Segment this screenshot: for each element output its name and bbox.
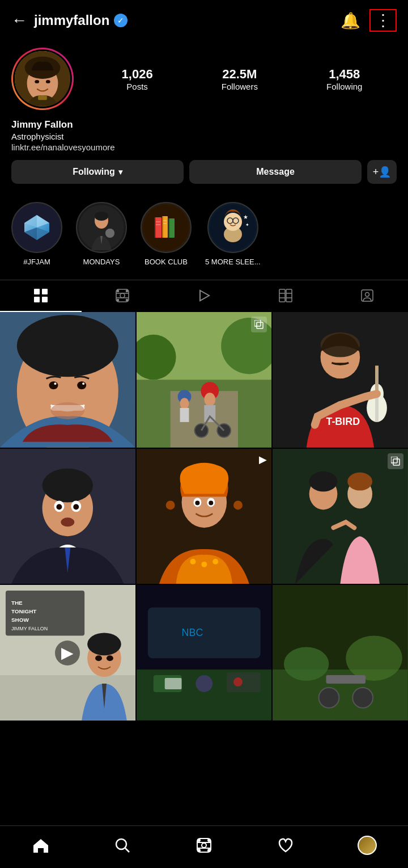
svg-point-149 [202,843,206,848]
grid-item-7[interactable]: THE TONIGHT SHOW JIMMY FALLON [0,585,135,720]
grid-item-1[interactable] [0,312,135,448]
avatar[interactable] [11,48,74,110]
svg-point-142 [346,636,402,681]
svg-point-94 [42,468,93,502]
grid-item-5[interactable]: ▶ [137,449,272,584]
header-right: 🔔 ⋮ [341,9,397,32]
svg-rect-24 [168,218,169,238]
svg-point-141 [284,647,329,681]
tab-video[interactable] [163,280,245,312]
svg-rect-37 [34,289,40,294]
following-label: Following [73,167,115,177]
svg-point-115 [348,472,373,490]
profile-name: Jimmy Fallon [11,119,397,130]
nav-home[interactable] [25,834,57,857]
svg-point-5 [35,80,39,83]
svg-point-136 [233,677,243,686]
svg-rect-80 [254,320,261,326]
tab-collab[interactable] [245,280,326,312]
header-left: ← jimmyfallon ✓ [11,11,128,30]
grid-item-9[interactable] [273,585,408,720]
svg-point-99 [61,517,74,526]
grid-item-3[interactable]: T-BIRD [273,312,408,448]
svg-point-107 [209,500,213,505]
highlight-jfjam[interactable]: #JFJAM [11,202,62,266]
profile-link[interactable]: linktr.ee/nanalovesyoumore [11,142,397,152]
svg-point-102 [165,500,175,509]
back-button[interactable]: ← [11,11,27,30]
following-label: Following [326,82,362,91]
svg-point-66 [50,402,84,419]
nav-reels[interactable] [188,834,220,857]
following-stat[interactable]: 1,458 Following [326,67,362,91]
svg-text:JIMMY FALLON: JIMMY FALLON [11,626,48,631]
more-options-icon[interactable]: ⋮ [369,9,397,32]
chevron-down-icon: ▾ [118,167,122,176]
grid-item-4[interactable] [0,449,135,584]
username-label: jimmyfallon [34,12,109,28]
nav-search[interactable] [107,834,138,857]
svg-rect-51 [286,289,292,302]
svg-point-133 [196,675,212,692]
posts-label: Posts [126,82,148,91]
svg-text:T-BIRD: T-BIRD [326,416,360,427]
multi-post-icon-2 [388,453,403,469]
posts-stat[interactable]: 1,026 Posts [122,67,153,91]
svg-marker-49 [200,290,209,301]
tab-tagged[interactable] [326,280,408,312]
highlight-moresleep[interactable]: ★ ✦ 5 MORE SLEE... [205,202,261,266]
svg-rect-7 [38,95,47,100]
svg-point-17 [105,229,114,238]
svg-text:TONIGHT: TONIGHT [11,608,37,614]
grid-item-2[interactable] [137,312,272,448]
highlight-circle-bookclub [141,202,192,253]
highlight-moresleep-label: 5 MORE SLEE... [205,258,261,266]
svg-point-97 [56,504,62,509]
svg-rect-137 [148,608,261,659]
highlight-circle-jfjam [11,202,62,253]
add-person-icon: +👤 [373,166,392,178]
followers-stat[interactable]: 22.5M Followers [222,67,258,91]
svg-rect-81 [257,322,263,328]
highlight-bookclub[interactable]: BOOK CLUB [141,202,192,266]
highlight-circle-moresleep: ★ ✦ [207,202,258,253]
svg-rect-135 [164,678,181,689]
svg-point-143 [319,688,339,708]
notification-bell-icon[interactable]: 🔔 [341,11,360,30]
svg-rect-22 [162,216,163,238]
svg-rect-116 [391,457,397,463]
verified-badge: ✓ [114,14,128,27]
add-friend-button[interactable]: +👤 [367,160,397,184]
svg-line-147 [125,848,129,852]
svg-point-110 [212,559,218,564]
svg-point-109 [201,562,207,567]
nav-likes[interactable] [270,834,301,857]
photo-grid: T-BIRD [0,312,408,720]
following-button[interactable]: Following ▾ [11,160,184,184]
highlight-mondays[interactable]: MONDAYS [76,202,127,266]
highlight-jfjam-label: #JFJAM [23,258,50,266]
svg-point-113 [309,471,338,491]
svg-text:NBC: NBC [181,627,203,638]
svg-point-65 [82,382,84,385]
svg-point-42 [120,293,125,298]
highlight-mondays-label: MONDAYS [83,258,120,266]
video-play-icon: ▶ [259,453,267,466]
grid-item-6[interactable] [273,449,408,584]
header: ← jimmyfallon ✓ 🔔 ⋮ [0,0,408,41]
content-tabs [0,280,408,312]
nav-profile[interactable] [351,834,383,857]
svg-rect-50 [279,289,285,302]
svg-rect-40 [42,297,48,302]
message-button[interactable]: Message [189,160,362,184]
highlight-circle-mondays [76,202,127,253]
tab-grid[interactable] [0,280,82,312]
tab-reels[interactable] [82,280,163,312]
profile-bio: Astrophysicist [11,132,397,141]
svg-text:★: ★ [243,214,248,220]
svg-text:SHOW: SHOW [11,617,29,623]
multi-post-icon [251,317,267,332]
video-play-icon-2: ▶ [55,641,80,665]
grid-item-8[interactable]: NBC [137,585,272,720]
svg-point-128 [95,656,102,661]
